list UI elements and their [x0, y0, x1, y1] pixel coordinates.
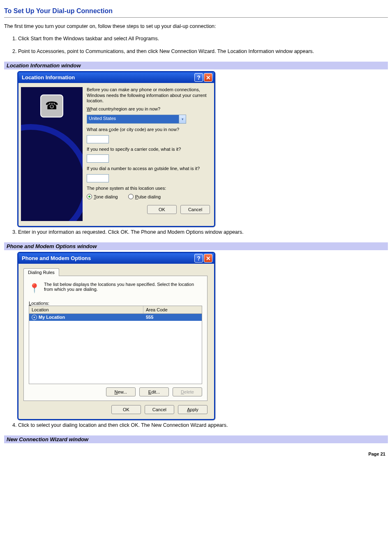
help-icon[interactable]: ?	[194, 73, 203, 82]
chevron-down-icon[interactable]: ▾	[179, 115, 186, 123]
close-icon[interactable]: ✕	[204, 73, 212, 82]
steps-list-2: Enter in your information as requested. …	[4, 229, 388, 236]
country-value: United States	[87, 115, 179, 123]
step-1: Click Start from the Windows taskbar and…	[18, 35, 388, 42]
delete-button[interactable]: Delete	[173, 387, 202, 396]
dialog-title: Phone and Modem Options	[22, 255, 91, 261]
locations-label: Locations:	[29, 301, 202, 306]
page-title: To Set Up Your Dial-up Connection	[4, 7, 388, 16]
label-country: What country/region are you in now?	[87, 106, 210, 112]
list-item[interactable]: My Location 555	[29, 314, 202, 321]
divider	[4, 17, 388, 18]
location-information-dialog: Location Information ? ✕ ☎ Before you ca…	[17, 71, 215, 227]
area-code-input[interactable]	[87, 135, 109, 143]
target-icon	[32, 315, 37, 320]
cancel-button[interactable]: Cancel	[145, 405, 174, 414]
apply-button[interactable]: Apply	[178, 405, 208, 414]
intro-text: The first time you turn your computer on…	[4, 23, 388, 29]
col-location: Location	[29, 306, 143, 313]
outside-line-input[interactable]	[87, 174, 109, 182]
caption-pmo: Phone and Modem Options window	[4, 242, 388, 250]
help-icon[interactable]: ?	[194, 254, 203, 263]
caption-location: Location Information window	[4, 62, 388, 69]
country-combo[interactable]: United States ▾	[87, 115, 186, 124]
phone-modem-options-dialog: Phone and Modem Options ? ✕ Dialing Rule…	[17, 252, 215, 420]
title-bar: Phone and Modem Options ? ✕	[18, 253, 214, 264]
step-4: Click to select your dialing location an…	[18, 422, 388, 429]
label-carrier: If you need to specify a carrier code, w…	[87, 147, 210, 152]
label-outside: If you dial a number to access an outsid…	[87, 166, 210, 172]
page-number: Page 21	[4, 451, 388, 456]
radio-pulse[interactable]: Pulse dialing	[128, 194, 161, 199]
label-area-code: What area code (or city code) are you in…	[87, 127, 210, 133]
dialog-title: Location Information	[22, 74, 75, 81]
ok-button[interactable]: OK	[147, 205, 177, 214]
steps-list-3: Click to select your dialing location an…	[4, 422, 388, 429]
locations-list[interactable]: My Location 555	[29, 314, 202, 384]
step-2: Point to Accessories, point to Communica…	[18, 48, 388, 55]
title-bar: Location Information ? ✕	[18, 72, 214, 83]
pmo-description: The list below displays the locations yo…	[44, 282, 202, 295]
label-phone-system: The phone system at this location uses:	[87, 186, 210, 191]
edit-button[interactable]: Edit...	[139, 387, 169, 396]
locations-header: Location Area Code	[29, 306, 202, 314]
location-icon: 📍	[29, 282, 40, 295]
tab-dialing-rules[interactable]: Dialing Rules	[23, 268, 59, 276]
new-button[interactable]: New...	[106, 387, 136, 396]
step-3: Enter in your information as requested. …	[18, 229, 388, 236]
close-icon[interactable]: ✕	[204, 254, 212, 263]
sidebar-graphic: ☎	[21, 87, 83, 221]
col-area-code: Area Code	[143, 306, 202, 313]
carrier-code-input[interactable]	[87, 154, 109, 163]
ok-button[interactable]: OK	[111, 405, 141, 414]
phone-icon: ☎	[40, 94, 63, 117]
caption-wizard: New Connection Wizard window	[4, 435, 388, 443]
radio-tone[interactable]: Tone dialing	[87, 194, 118, 199]
dialog-description: Before you can make any phone or modem c…	[87, 87, 210, 104]
cancel-button[interactable]: Cancel	[180, 205, 210, 214]
steps-list: Click Start from the Windows taskbar and…	[4, 35, 388, 55]
